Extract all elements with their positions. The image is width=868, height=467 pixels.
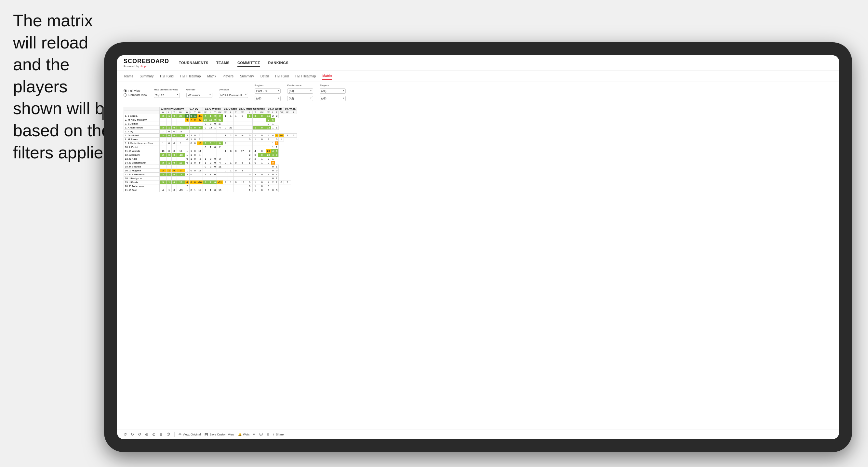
subnav-matrix2[interactable]: Matrix: [322, 73, 332, 80]
sh-t1: T: [172, 111, 177, 114]
cell: [197, 177, 203, 181]
table-row: 21. O Stoll 4 1 0 -19 1 0 1 14 1 1: [124, 188, 297, 192]
cell: [247, 126, 252, 130]
cell: [203, 149, 208, 153]
save-custom-btn[interactable]: 💾 Save Custom View: [205, 433, 234, 436]
redo-icon[interactable]: ↻: [131, 432, 134, 437]
cell: [258, 130, 266, 134]
nav-tournaments[interactable]: TOURNAMENTS: [179, 60, 209, 67]
cell: [193, 177, 197, 181]
filter-max-players: Max players in view Top 25 Top 10 Top 50: [154, 88, 180, 98]
matrix-scroll-area[interactable]: 2. M Kelly Mulcahy 6. A Dy 11. G Woods 2…: [117, 104, 839, 430]
cell: 1: [208, 181, 213, 184]
division-select[interactable]: NCAA Division II NCAA Division I NCAA Di…: [219, 93, 248, 98]
cell: 3: [160, 114, 167, 118]
refresh-icon[interactable]: ↺: [138, 432, 141, 437]
cell: 1: [213, 126, 217, 130]
conference-sub-select-wrapper: (All): [287, 95, 313, 101]
cell: [223, 153, 228, 157]
cell: 2: [189, 134, 193, 137]
gender-select[interactable]: Women's Men's: [186, 93, 212, 98]
cell: 0: [193, 134, 197, 137]
subnav-h2h-grid2[interactable]: H2H Grid: [275, 73, 289, 80]
grid-btn[interactable]: ⊞: [267, 433, 269, 436]
zoom-in-icon[interactable]: ⊕: [159, 432, 163, 437]
view-original-btn[interactable]: 👁 View: Original: [179, 433, 201, 436]
cell: 0: [247, 173, 252, 177]
region-sub-select[interactable]: (All): [255, 96, 281, 101]
zoom-out-icon[interactable]: ⊖: [145, 432, 148, 437]
cell: [197, 130, 203, 134]
cell: [193, 184, 197, 188]
comment-btn[interactable]: 💬: [259, 433, 263, 436]
cell: 3: [252, 114, 258, 118]
subnav-h2h-grid[interactable]: H2H Grid: [160, 73, 174, 80]
conference-sub-select[interactable]: (All): [287, 96, 313, 101]
subnav-matrix[interactable]: Matrix: [207, 73, 216, 80]
table-row: 14. S Srichantamit 3 1 0 18 0 1 0 5 1 2: [124, 161, 297, 165]
cell: [160, 177, 167, 181]
nav-rankings[interactable]: RANKINGS: [268, 60, 288, 67]
zoom-reset-icon[interactable]: ⊙: [152, 432, 155, 437]
cell: 2: [284, 134, 291, 137]
subnav-h2h-heatmap2[interactable]: H2H Heatmap: [295, 73, 316, 80]
cell: 2: [197, 134, 203, 137]
radio-dot-full: [124, 89, 127, 92]
save-custom-label: Save Custom View: [210, 433, 234, 436]
cell: [193, 122, 197, 126]
cell: [160, 157, 167, 161]
subnav-teams[interactable]: Teams: [124, 73, 133, 80]
nav-teams[interactable]: TEAMS: [216, 60, 229, 67]
cell: 0: [234, 169, 238, 173]
timer-icon[interactable]: ⏱: [166, 432, 170, 437]
subnav-summary2[interactable]: Summary: [240, 73, 254, 80]
share-btn[interactable]: ⟨ Share: [273, 433, 284, 436]
cell: [252, 177, 258, 181]
table-row: 5. A Nomrowski 3 1 0 -11 1 0 0 0 0 14: [124, 126, 297, 130]
cell: 7: [160, 130, 167, 134]
cell: 0: [271, 169, 275, 173]
players-select[interactable]: (All): [320, 89, 346, 94]
cell: 1: [189, 149, 193, 153]
cell: [238, 153, 247, 157]
subnav-h2h-heatmap[interactable]: H2H Heatmap: [180, 73, 201, 80]
cell: [234, 126, 238, 130]
cell: 1: [197, 173, 203, 177]
cell: 1: [177, 142, 185, 145]
conference-label: Conference: [287, 84, 313, 87]
cell: 18: [177, 134, 185, 137]
cell: 3: [238, 169, 247, 173]
cell: [228, 153, 234, 157]
cell: [217, 177, 223, 181]
cell: [238, 145, 247, 149]
players-sub-select[interactable]: (All): [320, 96, 346, 101]
cell: 0: [166, 134, 172, 137]
cell: [172, 145, 177, 149]
cell: [266, 177, 271, 181]
region-select[interactable]: East - DII West - DII: [255, 89, 281, 94]
radio-full-view[interactable]: Full View: [124, 89, 147, 92]
conference-select[interactable]: (All): [287, 89, 313, 94]
cell: 1: [275, 173, 278, 177]
radio-compact-view[interactable]: Compact View: [124, 93, 147, 97]
cell: [271, 130, 275, 134]
logo-area: SCOREBOARD Powered by clippd: [124, 58, 169, 68]
cell: 0: [217, 142, 223, 145]
cell: 11: [197, 169, 203, 173]
undo-icon[interactable]: ↺: [124, 432, 127, 437]
cell: 1: [223, 134, 228, 137]
cell: [228, 165, 234, 169]
subnav-detail[interactable]: Detail: [260, 73, 269, 80]
max-players-select[interactable]: Top 25 Top 10 Top 50: [154, 93, 180, 98]
table-row: 12. A Bianchi 2 0 0 -18 1 1 0 4: [124, 153, 297, 157]
cell: 14: [177, 149, 185, 153]
subnav-players[interactable]: Players: [223, 73, 234, 80]
cell: 0: [166, 130, 172, 134]
cell: [228, 177, 234, 181]
cell: 1: [271, 145, 275, 149]
subnav-summary[interactable]: Summary: [140, 73, 154, 80]
nav-items: TOURNAMENTS TEAMS COMMITTEE RANKINGS: [179, 60, 288, 67]
cell: 1: [208, 145, 213, 149]
nav-committee[interactable]: COMMITTEE: [238, 60, 260, 67]
watch-btn[interactable]: 🔔 Watch ▼: [238, 433, 255, 436]
